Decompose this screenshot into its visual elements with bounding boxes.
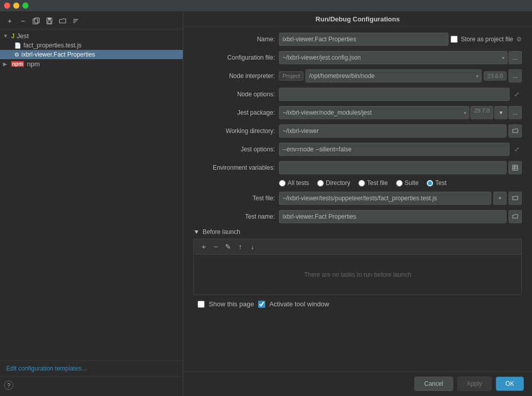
- npm-group-label: npm: [27, 60, 40, 68]
- store-project-checkbox[interactable]: [451, 36, 458, 43]
- jest-options-expand-button[interactable]: ⤢: [512, 143, 522, 156]
- node-options-label: Node options:: [193, 91, 275, 98]
- show-page-checkbox[interactable]: [198, 301, 205, 308]
- edit-templates-link[interactable]: Edit configuration templates...: [0, 360, 183, 376]
- left-toolbar: + −: [0, 13, 183, 29]
- env-vars-row: Environment variables:: [193, 161, 522, 174]
- radio-directory-input[interactable]: [317, 180, 324, 187]
- working-dir-input[interactable]: [279, 124, 507, 138]
- tree-jest-group[interactable]: ▼ J Jest: [0, 31, 183, 41]
- working-dir-label: Working directory:: [193, 127, 275, 135]
- jest-options-input[interactable]: [279, 143, 510, 156]
- env-vars-table-button[interactable]: [509, 161, 522, 174]
- before-launch-content: There are no tasks to run before launch: [193, 254, 522, 295]
- config-file-row: Configuration file: ~/ixbrl-viewer/jest.…: [193, 51, 522, 64]
- test-file-add-button[interactable]: +: [493, 192, 507, 205]
- fact-properties-label: fact_properties.test.js: [23, 42, 81, 49]
- radio-directory[interactable]: Directory: [317, 179, 350, 187]
- jest-package-browse-button[interactable]: ...: [509, 106, 522, 119]
- radio-all-tests-input[interactable]: [279, 180, 286, 187]
- title-bar: [0, 0, 532, 11]
- tree-item-ixbrl-viewer[interactable]: ⚙ ixbrl-viewer.Fact Properties: [0, 50, 183, 59]
- test-scope-radio-group: All tests Directory Test file Suite: [279, 179, 522, 187]
- node-interpreter-browse-button[interactable]: ...: [509, 69, 522, 83]
- close-button[interactable]: [4, 3, 10, 9]
- minimize-button[interactable]: [13, 3, 19, 9]
- show-page-row: Show this page Activate tool window: [198, 300, 522, 308]
- test-file-browse-button[interactable]: [509, 192, 522, 205]
- jest-version-badge: 29.7.0: [470, 106, 493, 119]
- radio-suite-input[interactable]: [396, 180, 403, 187]
- test-name-label: Test name:: [193, 213, 275, 220]
- jest-package-dropdown-btn[interactable]: ▾: [494, 106, 508, 119]
- gear-icon: ⚙: [516, 36, 522, 43]
- activate-tool-window-checkbox[interactable]: [258, 301, 265, 308]
- jest-package-dropdown: ~/ixbrl-viewer/node_modules/jest ▾: [279, 106, 469, 119]
- bottom-left: ?: [0, 376, 183, 394]
- before-launch-collapse-icon: ▼: [193, 228, 200, 235]
- config-file-dropdown: ~/ixbrl-viewer/jest.config.json ▾: [279, 51, 508, 64]
- before-launch-header[interactable]: ▼ Before launch: [193, 228, 522, 235]
- before-launch-add-button[interactable]: +: [198, 241, 209, 252]
- jest-options-row: Jest options: ⤢: [193, 143, 522, 156]
- radio-test[interactable]: Test: [427, 179, 446, 187]
- name-input[interactable]: [279, 33, 449, 46]
- before-launch-remove-button[interactable]: −: [210, 241, 221, 252]
- radio-test-input[interactable]: [427, 180, 433, 187]
- node-interpreter-row: Node interpreter: Project /opt/homebrew/…: [193, 69, 522, 83]
- node-options-expand-button[interactable]: ⤢: [512, 88, 522, 101]
- node-path-dropdown: /opt/homebrew/bin/node ▾: [305, 69, 482, 83]
- test-scope-row: All tests Directory Test file Suite: [279, 179, 522, 187]
- node-interpreter-label: Node interpreter:: [193, 72, 275, 80]
- jest-toggle-icon: ▼: [3, 33, 9, 39]
- svg-rect-8: [513, 165, 518, 170]
- before-launch-section: ▼ Before launch + − ✎ ↑ ↓ There are no t…: [193, 228, 522, 295]
- node-version-badge: 23.6.0: [484, 71, 507, 81]
- npm-icon: npm: [11, 61, 24, 67]
- name-control: Store as project file ⚙: [279, 33, 522, 46]
- store-project-text: Store as project file: [461, 36, 513, 43]
- config-file-browse-button[interactable]: ...: [509, 51, 522, 64]
- config-file-select[interactable]: ~/ixbrl-viewer/jest.config.json: [279, 51, 508, 64]
- apply-button[interactable]: Apply: [457, 377, 492, 391]
- save-config-button[interactable]: [44, 15, 55, 27]
- cancel-button[interactable]: Cancel: [414, 377, 453, 391]
- radio-test-file[interactable]: Test file: [358, 179, 388, 187]
- test-file-input[interactable]: [279, 192, 491, 205]
- test-name-browse-button[interactable]: [509, 210, 522, 223]
- test-name-input[interactable]: [279, 210, 507, 223]
- jest-package-select[interactable]: ~/ixbrl-viewer/node_modules/jest: [279, 106, 469, 119]
- maximize-button[interactable]: [22, 3, 29, 9]
- before-launch-up-button[interactable]: ↑: [235, 241, 246, 252]
- ok-button[interactable]: OK: [496, 377, 524, 391]
- before-launch-down-button[interactable]: ↓: [247, 241, 258, 252]
- radio-suite[interactable]: Suite: [396, 179, 418, 187]
- before-launch-edit-button[interactable]: ✎: [222, 241, 234, 252]
- tree-npm-group[interactable]: ▶ npm npm: [0, 59, 183, 69]
- env-vars-input[interactable]: [279, 161, 507, 174]
- jest-options-label: Jest options:: [193, 146, 275, 153]
- config-file-control: ~/ixbrl-viewer/jest.config.json ▾ ...: [279, 51, 522, 64]
- dialog-title: Run/Debug Configurations: [183, 11, 532, 27]
- sort-button[interactable]: [70, 15, 81, 27]
- node-interpreter-group: Project /opt/homebrew/bin/node ▾ 23.6.0 …: [279, 69, 522, 83]
- form-area: Name: Store as project file ⚙ Configurat…: [183, 27, 532, 371]
- test-file-row: Test file: +: [193, 192, 522, 205]
- remove-config-button[interactable]: −: [17, 15, 29, 27]
- node-interpreter-select[interactable]: /opt/homebrew/bin/node: [305, 69, 482, 83]
- copy-config-button[interactable]: [31, 15, 42, 27]
- show-page-label: Show this page: [209, 300, 254, 308]
- svg-rect-3: [48, 18, 51, 20]
- tree-item-fact-properties[interactable]: 📄 fact_properties.test.js: [0, 41, 183, 50]
- node-options-input[interactable]: [279, 88, 510, 101]
- before-launch-label: Before launch: [203, 228, 240, 235]
- radio-all-tests[interactable]: All tests: [279, 179, 309, 187]
- node-interpreter-control: Project /opt/homebrew/bin/node ▾ 23.6.0 …: [279, 69, 522, 83]
- add-config-button[interactable]: +: [4, 15, 15, 27]
- folder-button[interactable]: [57, 15, 68, 27]
- help-button[interactable]: ?: [4, 381, 13, 390]
- radio-test-file-input[interactable]: [358, 180, 365, 187]
- right-panel: Run/Debug Configurations Name: Store as …: [183, 11, 532, 396]
- working-dir-browse-button[interactable]: [509, 124, 522, 138]
- working-dir-row: Working directory:: [193, 124, 522, 138]
